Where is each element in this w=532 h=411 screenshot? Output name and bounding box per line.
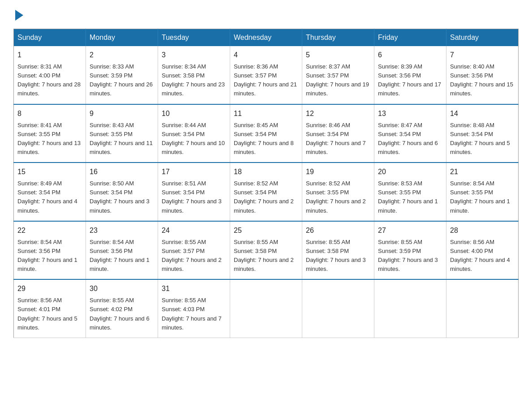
day-number: 5 xyxy=(306,50,370,60)
day-number: 8 xyxy=(17,108,82,119)
day-info: Sunrise: 8:52 AMSunset: 3:55 PMDaylight:… xyxy=(306,180,366,214)
day-info: Sunrise: 8:43 AMSunset: 3:55 PMDaylight:… xyxy=(90,122,153,155)
day-number: 30 xyxy=(90,283,154,294)
day-info: Sunrise: 8:44 AMSunset: 3:54 PMDaylight:… xyxy=(162,122,225,155)
day-number: 24 xyxy=(162,225,226,236)
day-number: 25 xyxy=(234,225,298,236)
calendar-week-row: 29 Sunrise: 8:56 AMSunset: 4:01 PMDaylig… xyxy=(14,279,519,338)
day-number: 29 xyxy=(17,283,82,294)
day-info: Sunrise: 8:36 AMSunset: 3:57 PMDaylight:… xyxy=(234,63,297,97)
day-of-week-header: Friday xyxy=(374,29,446,47)
day-of-week-header: Monday xyxy=(86,29,158,47)
day-number: 13 xyxy=(378,108,442,119)
day-info: Sunrise: 8:55 AMSunset: 4:03 PMDaylight:… xyxy=(162,297,222,330)
calendar-cell: 7 Sunrise: 8:40 AMSunset: 3:56 PMDayligh… xyxy=(446,46,519,104)
day-number: 7 xyxy=(450,50,515,60)
calendar-cell: 27 Sunrise: 8:55 AMSunset: 3:59 PMDaylig… xyxy=(374,221,446,280)
day-info: Sunrise: 8:54 AMSunset: 3:56 PMDaylight:… xyxy=(90,239,150,272)
calendar-cell: 10 Sunrise: 8:44 AMSunset: 3:54 PMDaylig… xyxy=(158,104,230,163)
day-of-week-header: Wednesday xyxy=(230,29,302,47)
day-number: 9 xyxy=(90,108,154,119)
day-number: 19 xyxy=(306,167,370,177)
calendar-cell: 13 Sunrise: 8:47 AMSunset: 3:54 PMDaylig… xyxy=(374,104,446,163)
day-info: Sunrise: 8:54 AMSunset: 3:56 PMDaylight:… xyxy=(17,239,77,272)
day-number: 18 xyxy=(234,167,298,177)
day-number: 27 xyxy=(378,225,442,236)
day-number: 15 xyxy=(17,167,82,177)
day-info: Sunrise: 8:48 AMSunset: 3:54 PMDaylight:… xyxy=(450,122,510,155)
day-of-week-header: Thursday xyxy=(302,29,374,47)
calendar-cell: 2 Sunrise: 8:33 AMSunset: 3:59 PMDayligh… xyxy=(86,46,158,104)
calendar-cell: 25 Sunrise: 8:55 AMSunset: 3:58 PMDaylig… xyxy=(230,221,302,280)
day-number: 10 xyxy=(162,108,226,119)
day-number: 31 xyxy=(162,283,226,294)
day-of-week-header: Tuesday xyxy=(158,29,230,47)
page-header xyxy=(13,9,519,20)
day-info: Sunrise: 8:37 AMSunset: 3:57 PMDaylight:… xyxy=(306,63,369,97)
day-info: Sunrise: 8:55 AMSunset: 4:02 PMDaylight:… xyxy=(90,297,150,330)
day-info: Sunrise: 8:51 AMSunset: 3:54 PMDaylight:… xyxy=(162,180,222,214)
day-info: Sunrise: 8:47 AMSunset: 3:54 PMDaylight:… xyxy=(378,122,438,155)
calendar-cell: 4 Sunrise: 8:36 AMSunset: 3:57 PMDayligh… xyxy=(230,46,302,104)
calendar-cell: 16 Sunrise: 8:50 AMSunset: 3:54 PMDaylig… xyxy=(86,163,158,221)
day-info: Sunrise: 8:46 AMSunset: 3:54 PMDaylight:… xyxy=(306,122,366,155)
day-info: Sunrise: 8:34 AMSunset: 3:58 PMDaylight:… xyxy=(162,63,225,97)
day-number: 16 xyxy=(90,167,154,177)
calendar-cell xyxy=(374,279,446,338)
day-info: Sunrise: 8:33 AMSunset: 3:59 PMDaylight:… xyxy=(90,63,153,97)
day-of-week-header: Saturday xyxy=(446,29,519,47)
calendar-cell: 20 Sunrise: 8:53 AMSunset: 3:55 PMDaylig… xyxy=(374,163,446,221)
day-info: Sunrise: 8:41 AMSunset: 3:55 PMDaylight:… xyxy=(17,122,81,155)
calendar-table: SundayMondayTuesdayWednesdayThursdayFrid… xyxy=(13,29,519,338)
calendar-cell: 12 Sunrise: 8:46 AMSunset: 3:54 PMDaylig… xyxy=(302,104,374,163)
calendar-week-row: 22 Sunrise: 8:54 AMSunset: 3:56 PMDaylig… xyxy=(14,221,519,280)
day-info: Sunrise: 8:56 AMSunset: 4:01 PMDaylight:… xyxy=(17,297,77,330)
calendar-cell: 17 Sunrise: 8:51 AMSunset: 3:54 PMDaylig… xyxy=(158,163,230,221)
day-number: 17 xyxy=(162,167,226,177)
day-info: Sunrise: 8:50 AMSunset: 3:54 PMDaylight:… xyxy=(90,180,150,214)
calendar-cell xyxy=(446,279,519,338)
logo-triangle-icon xyxy=(15,10,23,21)
day-number: 20 xyxy=(378,167,442,177)
day-number: 1 xyxy=(17,50,82,60)
day-number: 14 xyxy=(450,108,515,119)
day-number: 12 xyxy=(306,108,370,119)
day-info: Sunrise: 8:49 AMSunset: 3:54 PMDaylight:… xyxy=(17,180,77,214)
calendar-cell: 29 Sunrise: 8:56 AMSunset: 4:01 PMDaylig… xyxy=(14,279,86,338)
day-number: 2 xyxy=(90,50,154,60)
day-number: 4 xyxy=(234,50,298,60)
day-info: Sunrise: 8:52 AMSunset: 3:54 PMDaylight:… xyxy=(234,180,294,214)
calendar-header-row: SundayMondayTuesdayWednesdayThursdayFrid… xyxy=(14,29,519,47)
calendar-week-row: 15 Sunrise: 8:49 AMSunset: 3:54 PMDaylig… xyxy=(14,163,519,221)
day-number: 3 xyxy=(162,50,226,60)
calendar-cell: 14 Sunrise: 8:48 AMSunset: 3:54 PMDaylig… xyxy=(446,104,519,163)
logo xyxy=(13,9,23,20)
day-number: 22 xyxy=(17,225,82,236)
calendar-cell: 15 Sunrise: 8:49 AMSunset: 3:54 PMDaylig… xyxy=(14,163,86,221)
day-info: Sunrise: 8:54 AMSunset: 3:55 PMDaylight:… xyxy=(450,180,510,214)
calendar-cell: 30 Sunrise: 8:55 AMSunset: 4:02 PMDaylig… xyxy=(86,279,158,338)
calendar-cell: 11 Sunrise: 8:45 AMSunset: 3:54 PMDaylig… xyxy=(230,104,302,163)
calendar-cell: 22 Sunrise: 8:54 AMSunset: 3:56 PMDaylig… xyxy=(14,221,86,280)
day-info: Sunrise: 8:55 AMSunset: 3:57 PMDaylight:… xyxy=(162,239,222,272)
day-number: 23 xyxy=(90,225,154,236)
calendar-cell: 31 Sunrise: 8:55 AMSunset: 4:03 PMDaylig… xyxy=(158,279,230,338)
calendar-cell xyxy=(302,279,374,338)
calendar-cell: 18 Sunrise: 8:52 AMSunset: 3:54 PMDaylig… xyxy=(230,163,302,221)
calendar-cell: 23 Sunrise: 8:54 AMSunset: 3:56 PMDaylig… xyxy=(86,221,158,280)
calendar-week-row: 8 Sunrise: 8:41 AMSunset: 3:55 PMDayligh… xyxy=(14,104,519,163)
day-info: Sunrise: 8:31 AMSunset: 4:00 PMDaylight:… xyxy=(17,63,81,97)
calendar-cell: 19 Sunrise: 8:52 AMSunset: 3:55 PMDaylig… xyxy=(302,163,374,221)
day-number: 11 xyxy=(234,108,298,119)
day-info: Sunrise: 8:53 AMSunset: 3:55 PMDaylight:… xyxy=(378,180,438,214)
calendar-cell: 8 Sunrise: 8:41 AMSunset: 3:55 PMDayligh… xyxy=(14,104,86,163)
calendar-cell: 9 Sunrise: 8:43 AMSunset: 3:55 PMDayligh… xyxy=(86,104,158,163)
calendar-cell: 21 Sunrise: 8:54 AMSunset: 3:55 PMDaylig… xyxy=(446,163,519,221)
day-info: Sunrise: 8:56 AMSunset: 4:00 PMDaylight:… xyxy=(450,239,510,272)
calendar-cell: 3 Sunrise: 8:34 AMSunset: 3:58 PMDayligh… xyxy=(158,46,230,104)
day-of-week-header: Sunday xyxy=(14,29,86,47)
calendar-cell: 24 Sunrise: 8:55 AMSunset: 3:57 PMDaylig… xyxy=(158,221,230,280)
calendar-cell: 1 Sunrise: 8:31 AMSunset: 4:00 PMDayligh… xyxy=(14,46,86,104)
day-number: 21 xyxy=(450,167,515,177)
day-number: 6 xyxy=(378,50,442,60)
